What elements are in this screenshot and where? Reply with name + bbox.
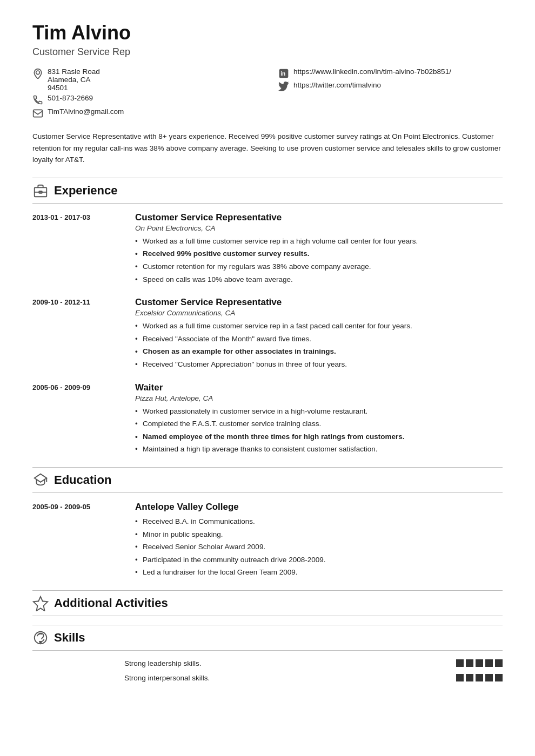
bullet-item: Worked as a full time customer service r… [135,235,503,247]
bullet-item: Speed on calls was 10% above team averag… [135,274,503,286]
skill-dots [456,674,503,681]
education-title: Education [54,473,111,487]
edu-bullets: Received B.A. in Communications.Minor in… [135,516,503,578]
activities-section-header: Additional Activities [32,590,503,616]
edu-bullet-item: Led a fundraiser for the local Green Tea… [135,566,503,578]
skills-icon [32,630,49,646]
email-item: TimTAlvino@gmail.com [32,107,257,119]
entry-company: Pizza Hut, Antelope, CA [135,394,503,402]
bullet-item: Received "Associate of the Month" award … [135,333,503,345]
edu-content: Antelope Valley CollegeReceived B.A. in … [135,502,503,579]
bullet-item: Completed the F.A.S.T. customer service … [135,418,503,430]
address-line3: 94501 [48,84,100,92]
address-line1: 831 Rasle Road [48,68,100,76]
entry-content: Customer Service RepresentativeExcelsior… [135,297,503,371]
twitter-url: https://twitter.com/timalvino [293,81,381,89]
experience-title: Experience [54,184,117,198]
experience-section-header: Experience [32,178,503,204]
skill-dot [476,659,483,667]
skill-dot [466,674,473,681]
skills-section-header: Skills [32,625,503,651]
skill-row: Strong leadership skills. [32,659,503,667]
bullet-item: Worked passionately in customer service … [135,406,503,417]
svg-rect-1 [34,110,43,117]
skill-dot [456,659,464,667]
entry-dates: 2009-10 - 2012-11 [32,297,124,371]
bullet-item: Maintained a high tip average thanks to … [135,443,503,455]
entry-bullets: Worked as a full time customer service r… [135,235,503,285]
experience-entry: 2009-10 - 2012-11Customer Service Repres… [32,297,503,371]
phone-item: 501-873-2669 [32,94,257,105]
edu-bullet-item: Received B.A. in Communications. [135,516,503,528]
entry-dates: 2013-01 - 2017-03 [32,212,124,286]
edu-bullet-item: Minor in public speaking. [135,529,503,541]
skill-dot [495,674,503,681]
skill-dot [476,674,483,681]
skill-label: Strong leadership skills. [124,659,456,667]
linkedin-url: https://www.linkedin.com/in/tim-alvino-7… [293,68,451,76]
phone-number: 501-873-2669 [48,94,93,102]
experience-entry: 2013-01 - 2017-03Customer Service Repres… [32,212,503,286]
entry-bullets: Worked as a full time customer service r… [135,320,503,370]
bullet-item: Named employee of the month three times … [135,431,503,443]
entry-dates: 2005-06 - 2009-09 [32,382,124,456]
email-icon [32,108,43,119]
bullet-item: Worked as a full time customer service r… [135,320,503,332]
skill-dot [456,674,464,681]
education-entry: 2005-09 - 2009-05Antelope Valley College… [32,502,503,579]
bullet-item: Customer retention for my regulars was 3… [135,261,503,273]
skills-list: Strong leadership skills.Strong interper… [32,659,503,682]
edu-school: Antelope Valley College [135,502,503,512]
skill-dots [456,659,503,667]
skill-label: Strong interpersonal skills. [124,674,456,682]
experience-list: 2013-01 - 2017-03Customer Service Repres… [32,212,503,456]
entry-company: On Point Electronics, CA [135,224,503,232]
twitter-item: https://twitter.com/timalvino [278,81,503,92]
edu-dates: 2005-09 - 2009-05 [32,502,124,579]
svg-marker-8 [34,597,48,611]
svg-text:in: in [280,71,285,77]
entry-job-title: Waiter [135,382,503,393]
bullet-item: Chosen as an example for other associate… [135,346,503,357]
twitter-icon [278,82,289,92]
entry-company: Excelsior Communications, CA [135,309,503,317]
activities-title: Additional Activities [54,596,168,610]
education-icon [32,472,49,488]
skill-dot [466,659,473,667]
bullet-item: Received 99% positive customer survey re… [135,248,503,260]
education-section-header: Education [32,467,503,493]
edu-bullet-item: Received Senior Scholar Award 2009. [135,541,503,553]
summary-text: Customer Service Representative with 8+ … [32,131,503,166]
entry-job-title: Customer Service Representative [135,212,503,223]
skills-title: Skills [54,631,85,645]
experience-entry: 2005-06 - 2009-09WaiterPizza Hut, Antelo… [32,382,503,456]
bullet-item: Received "Customer Appreciation" bonus i… [135,359,503,370]
entry-content: Customer Service RepresentativeOn Point … [135,212,503,286]
activities-icon [32,595,49,611]
skill-dot [495,659,503,667]
address-line2: Alameda, CA [48,76,100,84]
skill-row: Strong interpersonal skills. [32,674,503,682]
linkedin-icon: in [278,68,289,79]
address-item: 831 Rasle Road Alameda, CA 94501 [32,68,257,92]
contact-section: 831 Rasle Road Alameda, CA 94501 501-873… [32,68,503,121]
edu-bullet-item: Participated in the community outreach d… [135,554,503,566]
linkedin-item: in https://www.linkedin.com/in/tim-alvin… [278,68,503,79]
entry-job-title: Customer Service Representative [135,297,503,308]
svg-point-0 [36,71,40,75]
email-address: TimTAlvino@gmail.com [48,107,124,116]
entry-content: WaiterPizza Hut, Antelope, CAWorked pass… [135,382,503,456]
skill-dot [485,674,493,681]
resume-title: Customer Service Rep [32,46,503,58]
entry-bullets: Worked passionately in customer service … [135,406,503,455]
location-icon [32,68,43,79]
phone-icon [32,94,43,105]
education-list: 2005-09 - 2009-05Antelope Valley College… [32,502,503,579]
resume-name: Tim Alvino [32,22,503,44]
skill-dot [485,659,493,667]
experience-icon [32,183,49,199]
